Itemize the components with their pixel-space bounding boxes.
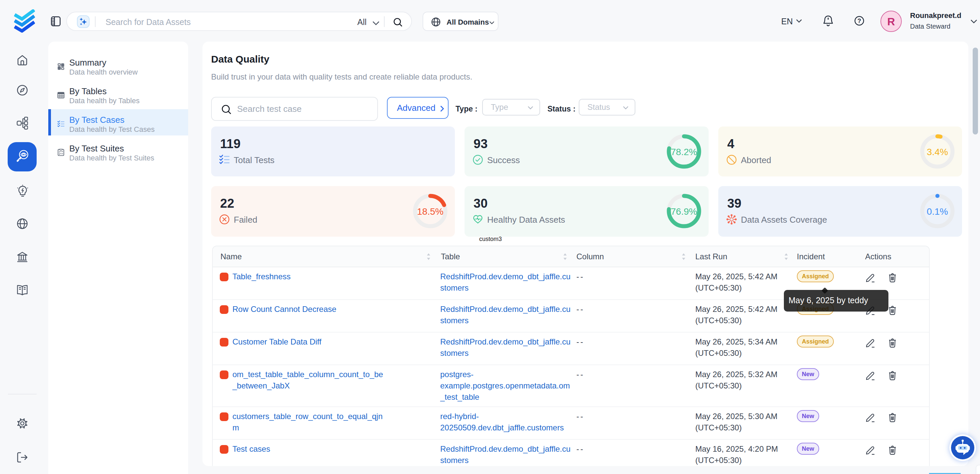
svg-text:?: ? xyxy=(858,17,861,24)
